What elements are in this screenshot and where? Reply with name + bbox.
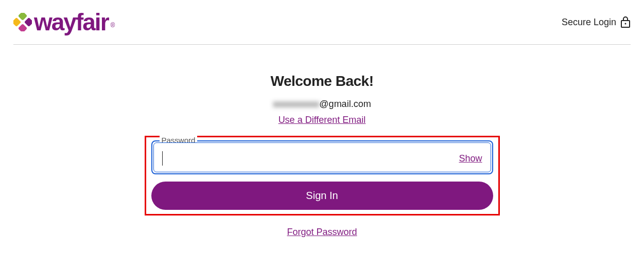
email-domain: @gmail.com (319, 99, 371, 109)
sign-in-button[interactable]: Sign In (151, 182, 493, 210)
credentials-highlight-box: Password Show Sign In (145, 136, 500, 215)
svg-point-5 (625, 23, 626, 25)
password-field-wrap: Password Show (151, 140, 493, 174)
show-password-button[interactable]: Show (459, 153, 482, 164)
svg-rect-0 (18, 13, 27, 21)
registered-mark: ® (111, 22, 115, 29)
wayfair-logo[interactable]: wayfair ® (13, 10, 115, 34)
svg-rect-2 (13, 17, 21, 27)
page-header: wayfair ® Secure Login (0, 0, 644, 44)
email-display: xxxxxxxxxx@gmail.com (273, 99, 371, 110)
welcome-heading: Welcome Back! (271, 73, 374, 89)
login-form-area: Welcome Back! xxxxxxxxxx@gmail.com Use a… (0, 45, 644, 238)
logo-mark-icon (13, 13, 32, 31)
secure-login-text: Secure Login (562, 17, 616, 28)
svg-rect-3 (18, 24, 27, 31)
lock-icon (620, 16, 631, 28)
secure-login-label: Secure Login (562, 16, 631, 28)
forgot-password-link[interactable]: Forgot Password (287, 227, 357, 238)
logo-text: wayfair (34, 10, 109, 34)
password-input[interactable] (163, 153, 459, 164)
svg-rect-1 (24, 17, 32, 27)
password-field-inner: Show (153, 142, 491, 172)
email-local-hidden: xxxxxxxxxx (273, 99, 319, 109)
use-different-email-link[interactable]: Use a Different Email (279, 115, 366, 125)
